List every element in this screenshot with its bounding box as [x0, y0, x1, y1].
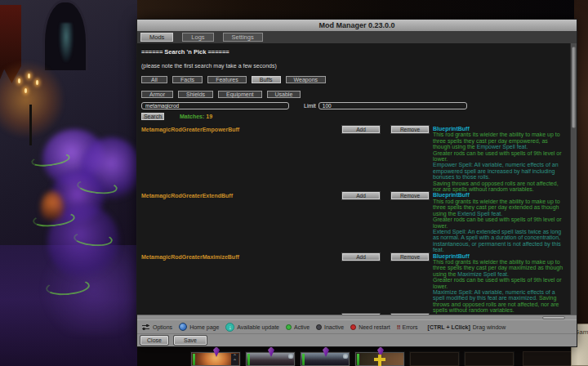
gem-icon: [268, 346, 274, 357]
result-description: BlueprintBuffThis rod grants its wielder…: [433, 126, 564, 192]
tab-settings[interactable]: Settings: [223, 33, 263, 42]
footer-bar: Close Save: [137, 333, 577, 346]
portrait-slot[interactable]: [246, 352, 295, 366]
limit-input[interactable]: [318, 102, 467, 109]
blueprint-type: BlueprintBuff: [433, 192, 564, 198]
vertical-scrollbar[interactable]: [570, 43, 577, 315]
status-bar: Options Home page ↓ Available update Act…: [137, 319, 577, 333]
background-top: [137, 0, 588, 20]
globe-icon[interactable]: [179, 323, 187, 331]
save-button[interactable]: Save: [174, 336, 207, 345]
result-description: BlueprintBuffThis rod grants its wielder…: [433, 253, 564, 314]
search-input[interactable]: [141, 102, 289, 109]
party-portrait-bar: ⌃ ⌃: [191, 346, 575, 366]
category-button-buffs[interactable]: Buffs: [252, 76, 281, 83]
add-button[interactable]: Add: [342, 192, 380, 199]
close-button[interactable]: Close: [140, 336, 168, 345]
buff-icon: [288, 354, 293, 359]
download-circle-icon: ↓: [225, 323, 234, 332]
category-button-facts[interactable]: Facts: [172, 76, 203, 83]
category-row-1: AllFactsFeaturesBuffsWeapons: [141, 76, 564, 83]
description-text: This rod grants its wielder the ability …: [433, 132, 564, 192]
portrait-slot[interactable]: [410, 352, 459, 366]
result-row: MetamagicRodGreaterExtendBuffAddRemoveBl…: [141, 192, 564, 252]
panel-heading: ====== Search 'n Pick ======: [141, 48, 564, 56]
buff-icon: [343, 354, 348, 359]
category-button-weapons[interactable]: Weapons: [286, 76, 326, 83]
drag-hint-action: Drag window: [473, 324, 506, 330]
tab-mods[interactable]: Mods: [140, 33, 173, 42]
chevron-up-icon: ⌃ ⌃: [231, 354, 238, 365]
result-row: MetamagicRodGreaterEmpowerBuffAddRemoveB…: [141, 126, 564, 192]
matches-status: Matches:19: [180, 114, 212, 119]
horizontal-scrollbar-thumb[interactable]: [542, 316, 565, 319]
options-label[interactable]: Options: [153, 324, 172, 330]
search-row: Limit: [141, 102, 564, 109]
portrait-slot[interactable]: [465, 352, 514, 366]
add-button[interactable]: Add: [342, 253, 380, 261]
portrait-slot[interactable]: ⌃ ⌃: [191, 352, 240, 366]
candle-flame: [36, 80, 38, 85]
cross-banner-icon: [374, 358, 385, 361]
limit-label: Limit: [304, 103, 316, 109]
blueprint-type: BlueprintBuff: [433, 253, 564, 259]
active-label: Active: [294, 324, 310, 330]
add-button[interactable]: Add: [342, 126, 380, 133]
candle-flame: [28, 74, 30, 78]
drag-hint-key: [CTRL + LClick]: [428, 324, 470, 330]
horizontal-scrollbar[interactable]: [137, 315, 577, 319]
result-name: MetamagicRodGreaterEmpowerBuff: [141, 126, 342, 132]
result-name: MetamagicRodGreaterExtendBuff: [141, 192, 342, 199]
portrait-slot[interactable]: [355, 352, 404, 366]
match-row: Search Matches:19: [141, 113, 564, 120]
window-titlebar[interactable]: Mod Manager 0.23.0.0: [137, 20, 577, 31]
remove-button[interactable]: Remove: [391, 126, 429, 133]
category-button-equipment[interactable]: Equipment: [218, 91, 261, 98]
category-row-2: ArmorShieldsEquipmentUsable: [141, 91, 564, 98]
results-list: MetamagicRodGreaterEmpowerBuffAddRemoveB…: [141, 126, 564, 315]
blueprint-type: BlueprintBuff: [433, 126, 564, 132]
description-text: This rod grants its wielder the ability …: [433, 259, 564, 314]
matches-count: 19: [206, 114, 212, 119]
tab-logs[interactable]: Logs: [182, 33, 213, 42]
need-restart-dot-icon: [350, 324, 356, 330]
result-row: MetamagicRodGreaterMaximizeBuffAddRemove…: [141, 253, 564, 314]
gem-icon: [323, 346, 329, 357]
errors-label: Errors: [403, 324, 418, 330]
gem-icon: [213, 346, 220, 357]
portrait-slot[interactable]: [301, 352, 350, 366]
category-button-all[interactable]: All: [141, 76, 167, 83]
sliders-icon[interactable]: [141, 324, 150, 331]
home-page-label[interactable]: Home page: [189, 324, 219, 330]
category-button-shields[interactable]: Shields: [178, 91, 213, 98]
result-description: BlueprintBuffThis rod grants its wielder…: [433, 192, 564, 252]
need-restart-label: Need restart: [359, 324, 390, 330]
mod-manager-window: Mod Manager 0.23.0.0 ModsLogsSettings ==…: [137, 20, 577, 346]
window-title: Mod Manager 0.23.0.0: [318, 21, 394, 29]
screen: ⌃ ⌃ Gam Mod Manager 0.23.0.0 ModsLogsSet…: [0, 0, 588, 366]
category-button-usable[interactable]: Usable: [267, 91, 301, 98]
active-dot-icon: [286, 324, 292, 330]
search-button[interactable]: Search: [141, 113, 164, 120]
description-text: This rod grants its wielder the ability …: [433, 199, 564, 253]
vertical-scrollbar-thumb[interactable]: [572, 47, 576, 128]
candle-flame: [18, 78, 20, 83]
inactive-dot-icon: [316, 324, 322, 330]
candelabra: [29, 105, 32, 145]
remove-button[interactable]: Remove: [391, 192, 429, 199]
inactive-label: Inactive: [324, 324, 344, 330]
candle-flame: [24, 88, 27, 93]
remove-button[interactable]: Remove: [391, 253, 429, 261]
search-n-pick-panel: ====== Search 'n Pick ====== (please not…: [137, 43, 577, 315]
painting-figure: [59, 23, 74, 62]
tab-bar: ModsLogsSettings: [137, 31, 577, 43]
category-button-features[interactable]: Features: [207, 76, 247, 83]
category-button-armor[interactable]: Armor: [141, 91, 173, 98]
panel-note: (please note the first search may take a…: [141, 63, 564, 69]
errors-icon: ‼: [397, 324, 400, 331]
candle-glow: [0, 60, 64, 139]
result-name: MetamagicRodGreaterMaximizeBuff: [141, 253, 342, 260]
available-update-label: Available update: [237, 324, 279, 330]
